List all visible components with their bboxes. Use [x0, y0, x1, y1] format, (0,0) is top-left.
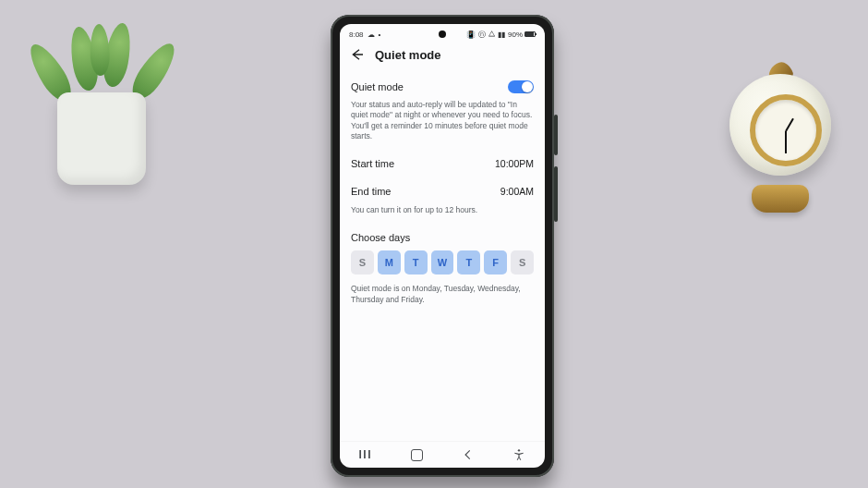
nfc-icon: ⓝ [478, 30, 486, 40]
end-time-row[interactable]: End time 9:00AM [351, 177, 534, 205]
end-time-label: End time [351, 186, 391, 197]
wifi-icon: ⧋ [488, 30, 495, 39]
start-time-value: 10:00PM [495, 158, 534, 169]
phone-frame: 8:08 ☁ • 📳 ⓝ ⧋ ▮▮ 90% Quie [331, 15, 554, 477]
choose-days-label: Choose days [351, 223, 534, 249]
quiet-mode-switch[interactable] [508, 80, 534, 93]
day-chip-3[interactable]: W [431, 250, 454, 274]
page-title: Quiet mode [375, 48, 441, 62]
quiet-mode-toggle-row[interactable]: Quiet mode [351, 74, 534, 100]
day-chip-5[interactable]: F [484, 250, 507, 274]
notification-dot-icon: • [379, 30, 381, 39]
switch-thumb [522, 81, 533, 92]
phone-screen: 8:08 ☁ • 📳 ⓝ ⧋ ▮▮ 90% Quie [340, 24, 545, 468]
day-selector: SMTWTFS [351, 249, 534, 280]
signal-icon: ▮▮ [498, 30, 505, 39]
back-button[interactable] [349, 46, 366, 63]
start-time-row[interactable]: Start time 10:00PM [351, 150, 534, 177]
volume-down-button [554, 166, 558, 222]
start-time-label: Start time [351, 158, 394, 169]
day-chip-2[interactable]: T [404, 250, 428, 274]
day-chip-6[interactable]: S [511, 250, 534, 274]
decorative-plant [37, 0, 166, 185]
chevron-left-icon [462, 448, 475, 461]
arrow-left-icon [350, 47, 365, 62]
front-camera [439, 30, 446, 38]
recents-button[interactable]: III [356, 445, 376, 465]
home-icon [411, 449, 423, 461]
accessibility-button[interactable] [509, 445, 529, 465]
settings-content: Quiet mode Your status and auto-reply wi… [340, 68, 545, 441]
svg-point-0 [518, 449, 520, 451]
decorative-clock [720, 63, 840, 220]
day-chip-0[interactable]: S [351, 250, 374, 274]
volume-up-button [554, 115, 558, 155]
choose-days-summary: Quiet mode is on Monday, Tuesday, Wednes… [351, 280, 534, 305]
home-button[interactable] [406, 445, 427, 465]
duration-limit-help: You can turn it on for up to 12 hours. [351, 205, 534, 223]
day-chip-1[interactable]: M [378, 250, 401, 274]
battery-icon [524, 31, 536, 37]
quiet-mode-label: Quiet mode [351, 81, 404, 92]
android-nav-bar: III [340, 441, 545, 468]
cloud-icon: ☁ [368, 30, 375, 39]
status-time: 8:08 [349, 30, 364, 39]
app-bar: Quiet mode [340, 44, 545, 68]
quiet-mode-description: Your status and auto-reply will be updat… [351, 100, 534, 150]
system-back-button[interactable] [458, 445, 478, 465]
day-chip-4[interactable]: T [457, 250, 480, 274]
battery-percent: 90% [508, 30, 523, 39]
vibrate-icon: 📳 [466, 30, 476, 39]
accessibility-icon [512, 448, 525, 461]
end-time-value: 9:00AM [500, 186, 534, 197]
